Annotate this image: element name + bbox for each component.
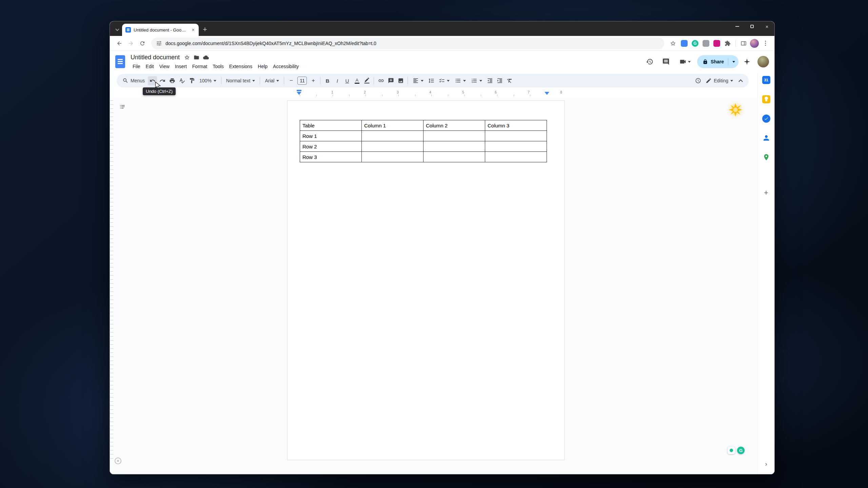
bulleted-list-button[interactable] [453,76,468,85]
hide-menus-button[interactable] [736,76,745,85]
star-document-button[interactable] [182,53,191,62]
gemini-spark-icon[interactable] [729,103,742,117]
reload-button[interactable] [137,38,148,49]
document-page[interactable]: Table Column 1 Column 2 Column 3 Row 1 [287,100,565,460]
increase-indent-button[interactable] [495,76,504,85]
right-indent-marker[interactable] [545,92,549,95]
back-button[interactable] [114,38,125,49]
contacts-button[interactable] [760,131,773,145]
table-cell[interactable]: Row 1 [300,131,362,141]
forward-button[interactable] [125,38,136,49]
document-status-button[interactable] [201,53,210,62]
increase-font-size-button[interactable]: + [309,76,318,85]
extension-blue-button[interactable] [679,38,689,48]
table-cell[interactable]: Row 3 [300,152,362,162]
clear-formatting-button[interactable] [505,76,514,85]
hide-side-panel-button[interactable]: › [760,457,773,471]
window-maximize-button[interactable] [745,21,760,32]
zoom-select[interactable]: 100% [197,76,219,85]
menu-format[interactable]: Format [190,62,210,70]
spellcheck-button[interactable] [177,76,186,85]
menu-insert[interactable]: Insert [172,62,190,70]
gemini-button[interactable] [741,55,753,68]
print-button[interactable] [167,76,177,85]
underline-button[interactable]: U [342,76,352,85]
decrease-indent-button[interactable] [485,76,494,85]
horizontal-ruler[interactable]: 1 2 3 4 5 6 7 8 [110,89,774,98]
keep-button[interactable] [760,93,773,106]
table-cell[interactable] [423,131,485,141]
comments-button[interactable] [659,55,673,68]
insert-image-button[interactable] [396,76,405,85]
table-cell[interactable] [485,152,547,162]
window-close-button[interactable]: × [760,21,774,32]
extension-pink-button[interactable] [712,38,722,48]
bookmark-button[interactable] [668,38,678,49]
table-cell[interactable]: Table [300,120,362,131]
tasks-button[interactable] [760,112,773,125]
first-line-indent-marker[interactable] [297,90,301,91]
browser-tab[interactable]: Untitled document - Google Do × [122,24,199,36]
editing-mode-select[interactable]: Editing [703,76,735,85]
explore-icon[interactable] [115,458,121,464]
table-cell[interactable] [485,131,547,141]
share-button[interactable]: Share [697,55,738,68]
font-select[interactable]: Arial [262,76,281,85]
menu-help[interactable]: Help [255,62,270,70]
table-cell[interactable]: Column 1 [362,120,423,131]
add-comment-button[interactable] [386,76,395,85]
last-edit-button[interactable] [693,76,703,85]
menu-extensions[interactable]: Extensions [226,62,255,70]
account-avatar[interactable] [757,56,769,67]
window-minimize-button[interactable] [730,21,745,32]
grammarly-widget-icon[interactable]: G [737,447,745,454]
numbered-list-button[interactable] [469,76,485,85]
tab-search-button[interactable] [113,24,122,36]
menu-file[interactable]: File [130,62,143,70]
share-dropdown-icon[interactable] [732,61,735,63]
table-cell[interactable] [362,131,423,141]
maps-button[interactable] [760,150,773,164]
search-menus-button[interactable]: Menus [120,76,147,85]
browser-menu-button[interactable] [760,38,770,48]
paragraph-style-select[interactable]: Normal text [224,76,258,85]
document-title[interactable]: Untitled document [130,54,182,61]
checklist-button[interactable] [436,76,452,85]
table-cell[interactable]: Column 2 [423,120,485,131]
menu-tools[interactable]: Tools [210,62,226,70]
table-cell[interactable] [485,141,547,152]
table-cell[interactable] [423,152,485,162]
document-canvas[interactable]: Table Column 1 Column 2 Column 3 Row 1 [110,98,757,474]
writing-suggestions-icon[interactable] [728,447,735,454]
docs-logo-icon[interactable] [115,55,125,68]
document-table[interactable]: Table Column 1 Column 2 Column 3 Row 1 [300,120,547,162]
table-cell[interactable]: Row 2 [300,141,362,152]
decrease-font-size-button[interactable]: − [287,76,296,85]
align-button[interactable] [410,76,426,85]
extensions-menu-button[interactable] [723,38,733,48]
left-indent-marker[interactable] [297,92,301,95]
menu-accessibility[interactable]: Accessibility [270,62,301,70]
highlight-color-button[interactable] [362,76,371,85]
grammarly-extension-button[interactable]: G [690,38,700,48]
font-size-input[interactable]: 11 [297,77,307,85]
side-panel-button[interactable] [738,38,749,48]
italic-button[interactable]: I [333,76,342,85]
new-tab-button[interactable]: + [203,26,207,33]
line-spacing-button[interactable] [427,76,436,85]
table-cell[interactable] [362,141,423,152]
extension-gray-button[interactable] [701,38,711,48]
bold-button[interactable]: B [323,76,332,85]
table-cell[interactable] [423,141,485,152]
insert-link-button[interactable] [376,76,386,85]
version-history-button[interactable] [643,55,656,68]
join-call-button[interactable] [675,55,694,68]
menu-edit[interactable]: Edit [143,62,157,70]
text-color-button[interactable]: A [352,76,361,85]
show-outline-button[interactable] [117,102,127,112]
address-bar[interactable]: docs.google.com/document/d/1SXnS4BDyijek… [151,38,664,49]
get-addons-button[interactable]: + [760,186,773,200]
tab-close-icon[interactable]: × [190,27,196,33]
table-cell[interactable]: Column 3 [485,120,547,131]
browser-profile-button[interactable] [749,38,760,48]
